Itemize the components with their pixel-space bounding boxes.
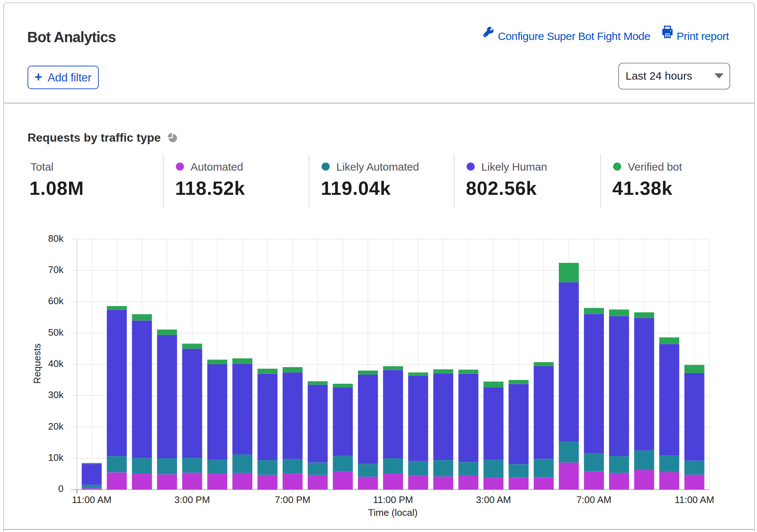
- svg-text:70k: 70k: [48, 264, 64, 275]
- svg-text:3:00 PM: 3:00 PM: [174, 494, 210, 505]
- svg-text:40k: 40k: [48, 358, 64, 369]
- svg-text:7:00 PM: 7:00 PM: [275, 494, 311, 505]
- svg-text:3:00 AM: 3:00 AM: [476, 494, 511, 505]
- svg-text:7:00 AM: 7:00 AM: [576, 494, 611, 505]
- svg-text:60k: 60k: [48, 295, 64, 306]
- svg-text:10k: 10k: [48, 452, 64, 463]
- svg-text:50k: 50k: [48, 327, 64, 338]
- svg-text:11:00 AM: 11:00 AM: [72, 494, 112, 505]
- svg-text:Time (local): Time (local): [368, 507, 418, 518]
- svg-text:20k: 20k: [48, 421, 64, 432]
- svg-text:11:00 AM: 11:00 AM: [674, 494, 714, 505]
- svg-text:11:00 PM: 11:00 PM: [373, 494, 413, 505]
- svg-text:30k: 30k: [48, 389, 64, 400]
- svg-text:Requests: Requests: [32, 343, 43, 384]
- svg-text:0: 0: [58, 483, 64, 494]
- svg-text:80k: 80k: [48, 233, 64, 244]
